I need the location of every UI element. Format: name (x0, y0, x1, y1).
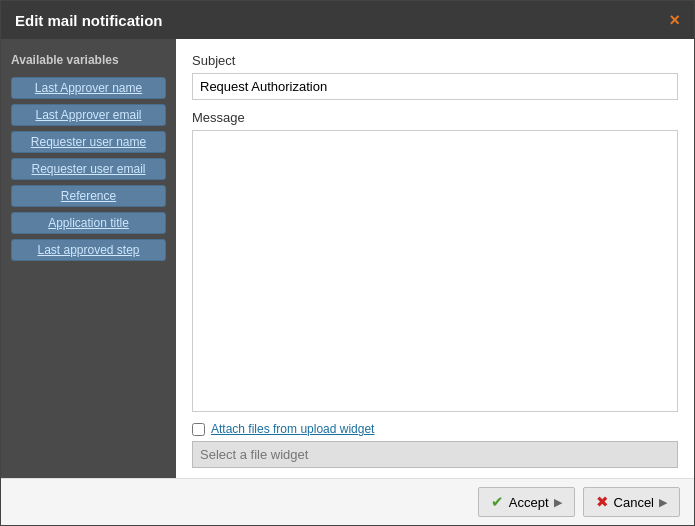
sidebar-title: Available variables (11, 53, 166, 67)
dialog-title: Edit mail notification (15, 12, 163, 29)
edit-mail-notification-dialog: Edit mail notification × Available varia… (0, 0, 695, 526)
message-label: Message (192, 110, 678, 125)
var-btn-reference[interactable]: Reference (11, 185, 166, 207)
cancel-label: Cancel (614, 495, 654, 510)
accept-icon: ✔ (491, 493, 504, 511)
subject-label: Subject (192, 53, 678, 68)
accept-label: Accept (509, 495, 549, 510)
upload-widget-link[interactable]: upload widget (300, 422, 374, 436)
sidebar: Available variables Last Approver name L… (1, 39, 176, 478)
dialog-body: Available variables Last Approver name L… (1, 39, 694, 478)
cancel-arrow-icon: ▶ (659, 496, 667, 509)
var-btn-requester-user-email[interactable]: Requester user email (11, 158, 166, 180)
attach-label: Attach files from upload widget (211, 422, 374, 436)
var-btn-last-approver-name[interactable]: Last Approver name (11, 77, 166, 99)
attach-checkbox[interactable] (192, 423, 205, 436)
main-content: Subject Message Attach files from upload… (176, 39, 694, 478)
cancel-button[interactable]: ✖ Cancel ▶ (583, 487, 680, 517)
attach-row: Attach files from upload widget (192, 422, 678, 436)
var-btn-last-approver-email[interactable]: Last Approver email (11, 104, 166, 126)
message-textarea[interactable] (192, 130, 678, 412)
close-button[interactable]: × (669, 11, 680, 29)
file-widget-input (192, 441, 678, 468)
var-btn-last-approved-step[interactable]: Last approved step (11, 239, 166, 261)
dialog-header: Edit mail notification × (1, 1, 694, 39)
subject-input[interactable] (192, 73, 678, 100)
var-btn-requester-user-name[interactable]: Requester user name (11, 131, 166, 153)
cancel-icon: ✖ (596, 493, 609, 511)
accept-arrow-icon: ▶ (554, 496, 562, 509)
dialog-footer: ✔ Accept ▶ ✖ Cancel ▶ (1, 478, 694, 525)
accept-button[interactable]: ✔ Accept ▶ (478, 487, 575, 517)
var-btn-application-title[interactable]: Application title (11, 212, 166, 234)
